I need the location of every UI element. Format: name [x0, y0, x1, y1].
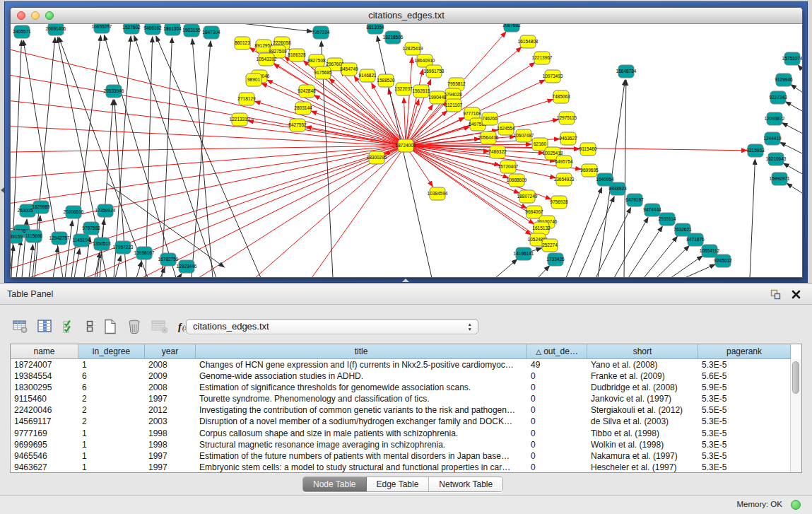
graph-node[interactable]: 17359924 — [95, 204, 116, 217]
graph-node[interactable]: 9466162 — [143, 24, 162, 35]
graph-node[interactable]: 1527602 — [122, 24, 141, 34]
graph-node[interactable]: 20564436 — [478, 132, 499, 144]
graph-node[interactable]: 1903155 — [182, 24, 201, 37]
graph-node[interactable]: 1145194 — [73, 234, 90, 247]
table-row[interactable]: 1938455462009Genome-wide association stu… — [11, 370, 801, 382]
column-header-short[interactable]: short — [587, 344, 698, 359]
memory-status-indicator[interactable] — [791, 500, 801, 510]
table-mode-icon[interactable] — [13, 320, 28, 334]
graph-node[interactable]: 1322037 — [394, 83, 413, 95]
graph-node[interactable]: 1115686 — [25, 230, 43, 243]
graph-node[interactable]: 1624554 — [497, 122, 515, 135]
graph-node[interactable]: 13654923 — [554, 173, 575, 186]
tab-edge-table[interactable]: Edge Table — [367, 477, 430, 491]
graph-node[interactable]: 10655257 — [92, 24, 112, 33]
table-scrollbar[interactable] — [790, 359, 801, 472]
graph-node[interactable]: 8471876 — [686, 233, 705, 246]
graph-node[interactable]: 1990448 — [428, 91, 447, 104]
graph-node[interactable]: 98901 — [246, 74, 261, 86]
graph-node[interactable]: 9146821 — [358, 69, 377, 82]
graph-node[interactable]: 1350513 — [93, 238, 111, 250]
graph-node[interactable]: 6495754 — [555, 156, 573, 168]
graph-node[interactable]: 15720407 — [498, 160, 519, 173]
graph-node[interactable]: 9227343 — [769, 91, 787, 104]
graph-node[interactable]: 10973493 — [543, 70, 563, 83]
graph-node[interactable]: 10384594 — [428, 187, 448, 200]
column-header-name[interactable]: name — [11, 344, 78, 359]
graph-node[interactable]: 12975115 — [557, 112, 577, 124]
graph-node[interactable]: 18724007 — [396, 139, 416, 152]
graph-node[interactable]: 9245012 — [714, 255, 732, 267]
network-canvas[interactable]: 1872400718300295860123891295422260589827… — [11, 24, 802, 277]
graph-node[interactable]: 7486322 — [488, 146, 507, 158]
table-row[interactable]: 1872400712008Changes of HCN gene express… — [11, 359, 801, 370]
table-row[interactable]: 911546021997Tourette syndrome. Phenomeno… — [11, 393, 801, 404]
graph-node[interactable]: 8454749 — [340, 63, 358, 76]
graph-node[interactable]: 18807249 — [517, 190, 538, 203]
table-row[interactable]: 946554611997Estimation of the future num… — [11, 450, 801, 462]
graph-node[interactable]: 10543392 — [257, 53, 277, 66]
graph-node[interactable]: 13958167 — [134, 247, 155, 259]
graph-node[interactable]: 8186328 — [288, 49, 306, 62]
clear-selection-icon[interactable] — [86, 320, 94, 334]
table-row[interactable]: 1830029562008Estimation of significance … — [11, 382, 801, 393]
graph-node[interactable]: 8938923 — [608, 182, 627, 195]
graph-node[interactable]: 9175685 — [314, 66, 332, 79]
column-header-out_de[interactable]: △ out_de… — [527, 344, 587, 359]
graph-node[interactable]: 18300295 — [367, 151, 387, 164]
show-columns-icon[interactable] — [37, 320, 53, 334]
graph-node[interactable]: 12942757 — [49, 232, 70, 245]
table-row[interactable]: 977716911998Corpus callosum shape and si… — [11, 428, 801, 439]
graph-node[interactable]: 2718129 — [237, 93, 256, 105]
graph-node[interactable]: 12825419 — [403, 42, 423, 55]
delete-table-icon[interactable] — [151, 320, 168, 334]
graph-node[interactable]: 7485063 — [552, 90, 570, 103]
graph-node[interactable]: 9827508 — [307, 54, 326, 67]
zoom-window-button[interactable] — [45, 11, 54, 20]
graph-node[interactable]: 9242848 — [298, 85, 316, 98]
graph-node[interactable]: 12923446 — [177, 260, 197, 273]
graph-node[interactable]: 16782759 — [158, 253, 179, 266]
graph-node[interactable]: 20206516 — [64, 206, 84, 218]
graph-node[interactable]: 1829989 — [32, 201, 50, 214]
graph-node[interactable]: 9115460 — [579, 143, 597, 156]
graph-node[interactable]: 1733426 — [546, 253, 565, 266]
table-scrollbar-thumb[interactable] — [792, 361, 799, 394]
graph-node[interactable]: 746266 — [482, 112, 498, 125]
graph-node[interactable]: 16210643 — [766, 153, 787, 165]
graph-node[interactable]: 15992971 — [770, 173, 790, 185]
graph-node[interactable]: 9463627 — [559, 132, 577, 145]
graph-node[interactable]: 1562615 — [412, 85, 430, 98]
graph-node[interactable]: 17957223 — [113, 241, 134, 254]
column-header-year[interactable]: year — [145, 344, 196, 359]
graph-node[interactable]: 9797588 — [82, 222, 100, 235]
graph-node[interactable]: 16648784 — [616, 65, 637, 78]
graph-node[interactable]: 9756928 — [550, 196, 568, 209]
graph-node[interactable]: 19218506 — [383, 31, 404, 44]
tab-node-table[interactable]: Node Table — [303, 477, 367, 491]
column-header-pagerank[interactable]: pagerank — [698, 344, 791, 359]
graph-node[interactable]: 939159 — [11, 230, 23, 243]
close-panel-icon[interactable] — [792, 289, 801, 302]
graph-node[interactable]: 1847304 — [202, 26, 220, 39]
graph-node[interactable]: 10688609 — [507, 174, 527, 187]
graph-node[interactable]: 9129946 — [775, 74, 793, 86]
graph-node[interactable]: 8813054 — [366, 24, 384, 34]
graph-node[interactable]: 10607487 — [514, 129, 534, 142]
delete-column-icon[interactable] — [126, 319, 142, 334]
graph-node[interactable]: 1244419 — [763, 132, 782, 145]
select-all-icon[interactable] — [62, 320, 76, 334]
graph-node[interactable]: 1588520 — [377, 74, 395, 87]
graph-node[interactable]: 1615132 — [532, 222, 551, 235]
table-row[interactable]: 969969511998Structural magnetic resonanc… — [11, 439, 801, 450]
graph-node[interactable]: 12213967 — [532, 52, 553, 64]
minimize-window-button[interactable] — [31, 11, 40, 20]
graph-node[interactable]: 1861304 — [163, 24, 182, 35]
graph-node[interactable]: 9699695 — [580, 164, 599, 177]
close-window-button[interactable] — [17, 11, 25, 20]
table-source-select[interactable]: citations_edges.txt ▲▼ — [186, 319, 478, 334]
graph-node[interactable]: 16961758 — [424, 65, 445, 78]
column-header-title[interactable]: title — [196, 344, 527, 359]
graph-node[interactable]: 7957224 — [312, 26, 330, 39]
graph-node[interactable]: 2935114 — [659, 213, 676, 226]
